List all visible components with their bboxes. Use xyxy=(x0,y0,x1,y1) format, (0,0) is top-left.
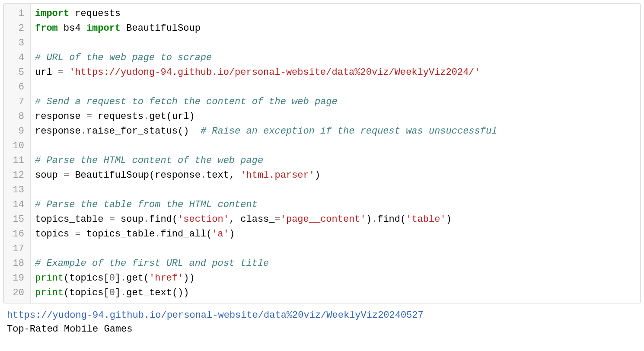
code-line: print(topics[0].get_text()) xyxy=(35,286,636,300)
line-number: 14 xyxy=(4,198,30,212)
output-area: https://yudong-94.github.io/personal-web… xyxy=(3,308,641,340)
output-title: Top-Rated Mobile Games xyxy=(7,322,637,336)
line-number: 5 xyxy=(4,65,30,80)
line-number: 16 xyxy=(4,227,30,242)
line-number: 9 xyxy=(4,124,30,139)
code-line: url = 'https://yudong-94.github.io/perso… xyxy=(35,65,636,80)
line-number: 6 xyxy=(4,80,30,95)
code-line xyxy=(35,183,636,198)
line-number: 7 xyxy=(4,95,30,109)
code-line: response = requests.get(url) xyxy=(35,109,636,124)
line-number: 4 xyxy=(4,51,30,65)
code-area[interactable]: import requestsfrom bs4 import Beautiful… xyxy=(31,4,640,303)
code-line: topics = topics_table.find_all('a') xyxy=(35,227,636,242)
code-line: # Parse the HTML content of the web page xyxy=(35,153,636,168)
line-number-gutter: 1234567891011121314151617181920 xyxy=(4,4,31,303)
line-number: 1 xyxy=(4,6,30,21)
output-url[interactable]: https://yudong-94.github.io/personal-web… xyxy=(7,309,637,322)
code-line: import requests xyxy=(35,6,636,21)
code-line: topics_table = soup.find('section', clas… xyxy=(35,212,636,227)
line-number: 15 xyxy=(4,212,30,227)
code-line xyxy=(35,139,636,153)
code-line xyxy=(35,80,636,95)
line-number: 3 xyxy=(4,36,30,51)
line-number: 11 xyxy=(4,153,30,168)
line-number: 12 xyxy=(4,168,30,183)
code-line: soup = BeautifulSoup(response.text, 'htm… xyxy=(35,168,636,183)
code-line xyxy=(35,242,636,256)
line-number: 13 xyxy=(4,183,30,198)
code-line: response.raise_for_status() # Raise an e… xyxy=(35,124,636,139)
line-number: 17 xyxy=(4,242,30,256)
line-number: 10 xyxy=(4,139,30,153)
line-number: 19 xyxy=(4,271,30,286)
line-number: 2 xyxy=(4,21,30,36)
code-line: # Example of the first URL and post titl… xyxy=(35,256,636,271)
line-number: 20 xyxy=(4,286,30,300)
code-line: print(topics[0].get('href')) xyxy=(35,271,636,286)
line-number: 8 xyxy=(4,109,30,124)
code-line: # Parse the table from the HTML content xyxy=(35,198,636,212)
code-line: from bs4 import BeautifulSoup xyxy=(35,21,636,36)
code-line: # Send a request to fetch the content of… xyxy=(35,95,636,109)
code-line xyxy=(35,36,636,51)
code-line: # URL of the web page to scrape xyxy=(35,51,636,65)
code-cell: 1234567891011121314151617181920 import r… xyxy=(3,3,641,303)
line-number: 18 xyxy=(4,256,30,271)
